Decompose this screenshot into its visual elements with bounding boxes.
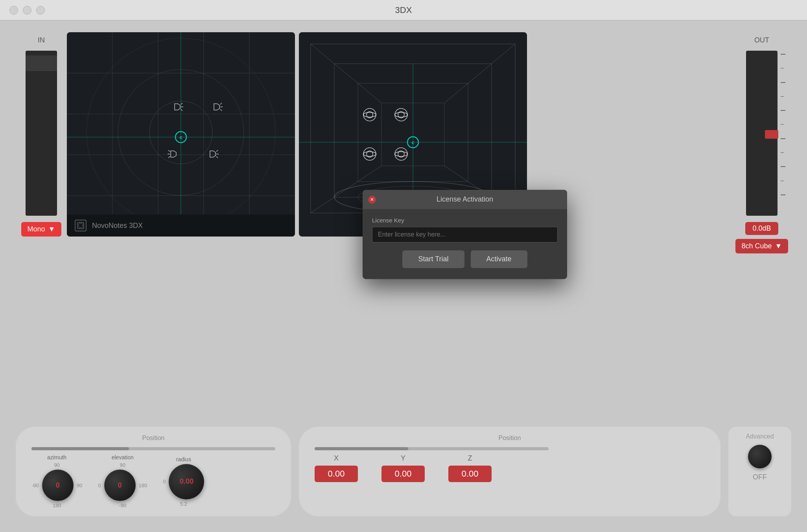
advanced-panel: Advanced OFF bbox=[728, 427, 791, 516]
modal-header: ✕ License Activation bbox=[363, 190, 567, 209]
azimuth-group: azimuth 90 -90 0 90 180 bbox=[31, 454, 82, 508]
elevation-bottom: -90 bbox=[119, 503, 126, 508]
y-label: Y bbox=[401, 454, 405, 462]
radius-label: radius bbox=[176, 456, 191, 462]
azimuth-left: -90 bbox=[31, 482, 39, 488]
elevation-value: 0 bbox=[118, 481, 122, 490]
x-label: X bbox=[334, 454, 339, 462]
radius-row: 0 0.00 bbox=[163, 464, 204, 499]
azimuth-row: -90 0 90 bbox=[31, 470, 82, 501]
z-group: Z 0.00 bbox=[448, 454, 492, 482]
close-traffic-light[interactable] bbox=[9, 6, 18, 15]
radius-group: radius 0 0.00 5.2 bbox=[163, 456, 204, 507]
start-trial-button[interactable]: Start Trial bbox=[402, 250, 464, 268]
position-slider-fill-right bbox=[315, 447, 408, 450]
elevation-group: elevation 90 0 0 180 -90 bbox=[98, 454, 147, 508]
license-key-label: License Key bbox=[372, 217, 558, 224]
azimuth-value: 0 bbox=[56, 481, 60, 490]
position-panel-right: Position X 0.00 Y 0.00 Z 0.00 bbox=[299, 427, 720, 516]
advanced-off-label: OFF bbox=[753, 473, 767, 481]
elevation-row: 0 0 180 bbox=[98, 470, 147, 501]
position-panel-left: Position azimuth 90 -90 0 90 bbox=[16, 427, 291, 516]
knobs-row: azimuth 90 -90 0 90 180 elevation 90 bbox=[31, 454, 275, 508]
azimuth-label: azimuth bbox=[47, 454, 66, 460]
titlebar: 3DX bbox=[0, 0, 807, 20]
top-section: IN Mono ▼ bbox=[16, 32, 791, 419]
position-slider-left[interactable] bbox=[31, 447, 275, 450]
azimuth-top: 90 bbox=[54, 462, 59, 468]
bottom-section: Position azimuth 90 -90 0 90 bbox=[16, 427, 791, 520]
modal-body: License Key Start Trial Activate bbox=[363, 209, 567, 279]
advanced-label: Advanced bbox=[746, 433, 774, 440]
activate-button[interactable]: Activate bbox=[471, 250, 527, 268]
radius-knob[interactable]: 0.00 bbox=[169, 464, 204, 499]
position-right-label: Position bbox=[315, 435, 705, 442]
main-content: IN Mono ▼ bbox=[0, 20, 807, 532]
modal-title: License Activation bbox=[437, 195, 493, 204]
license-modal: ✕ License Activation License Key Start T… bbox=[363, 190, 567, 279]
traffic-lights bbox=[9, 6, 45, 15]
elevation-knob[interactable]: 0 bbox=[104, 470, 136, 501]
position-slider-right[interactable] bbox=[315, 447, 549, 450]
modal-buttons: Start Trial Activate bbox=[372, 250, 558, 268]
x-display[interactable]: 0.00 bbox=[315, 466, 358, 482]
modal-close-icon: ✕ bbox=[370, 197, 374, 202]
xyz-row: X 0.00 Y 0.00 Z 0.00 bbox=[315, 454, 705, 482]
z-display[interactable]: 0.00 bbox=[448, 466, 492, 482]
position-left-label: Position bbox=[31, 435, 275, 442]
azimuth-right: 90 bbox=[77, 482, 82, 488]
radius-left: 0 bbox=[163, 479, 166, 484]
license-key-input[interactable] bbox=[372, 227, 558, 242]
y-display[interactable]: 0.00 bbox=[381, 466, 425, 482]
elevation-left: 0 bbox=[98, 482, 101, 488]
z-label: Z bbox=[468, 454, 472, 462]
fullscreen-traffic-light[interactable] bbox=[36, 6, 45, 15]
elevation-label: elevation bbox=[112, 454, 134, 460]
y-group: Y 0.00 bbox=[381, 454, 425, 482]
position-slider-fill-left bbox=[31, 447, 129, 450]
radius-bottom: 5.2 bbox=[180, 501, 187, 507]
elevation-right: 180 bbox=[139, 482, 147, 488]
modal-close-button[interactable]: ✕ bbox=[368, 196, 376, 204]
modal-overlay: ✕ License Activation License Key Start T… bbox=[16, 32, 791, 419]
elevation-top: 90 bbox=[120, 462, 125, 468]
azimuth-knob[interactable]: 0 bbox=[42, 470, 74, 501]
x-group: X 0.00 bbox=[315, 454, 358, 482]
advanced-knob[interactable] bbox=[748, 445, 772, 468]
minimize-traffic-light[interactable] bbox=[23, 6, 31, 15]
azimuth-bottom: 180 bbox=[53, 503, 61, 508]
window-title: 3DX bbox=[395, 5, 412, 15]
radius-value: 0.00 bbox=[180, 477, 193, 486]
